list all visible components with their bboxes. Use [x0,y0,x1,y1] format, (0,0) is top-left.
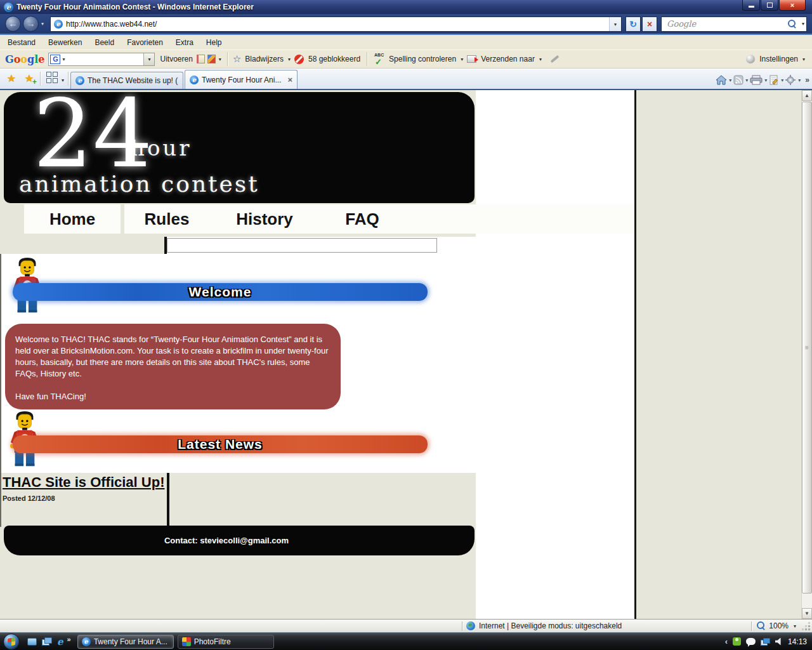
highlighter-icon[interactable] [550,55,559,63]
google-search-input[interactable]: G ▾ ▾ [48,53,155,66]
print-icon[interactable] [750,75,763,85]
print-dropdown-icon[interactable]: ▾ [764,77,767,83]
address-bar-row: ← → ▾ e http://www.thac.web44.net/ ▾ ↻ ×… [0,14,812,35]
close-button[interactable]: × [779,0,806,11]
notebook-icon[interactable] [197,55,205,63]
tab-close-icon[interactable]: × [287,75,292,84]
google-go-button[interactable]: Uitvoeren [160,55,192,63]
back-button[interactable]: ← [5,16,21,32]
menu-bestand[interactable]: Bestand [1,36,42,49]
rss-dropdown-icon[interactable]: ▾ [745,77,748,83]
chevron-down-icon[interactable]: ▾ [461,56,463,62]
bookmarks-star-icon[interactable]: ☆ [233,53,241,65]
nav-history[interactable]: History [209,204,320,234]
menu-bewerken[interactable]: Bewerken [42,36,88,49]
tab-thac-website-up[interactable]: e The THAC Website is up! (... [70,72,183,89]
zoom-dropdown-icon[interactable]: ▾ [794,623,796,629]
address-field[interactable]: e http://www.thac.web44.net/ ▾ [50,17,622,32]
taskbar-button-photofiltre[interactable]: PhotoFiltre [178,635,274,649]
chevron-down-icon[interactable]: ▾ [539,56,542,62]
search-icon[interactable] [788,20,797,29]
forward-button[interactable]: → [23,16,39,32]
home-dropdown-icon[interactable]: ▾ [729,77,731,83]
minimize-button[interactable] [742,0,760,11]
stop-button[interactable]: × [642,17,657,32]
google-search-dropdown[interactable]: ▾ [143,53,154,65]
settings-sphere-icon [746,55,755,63]
home-icon[interactable] [716,75,727,85]
photofiltre-icon [182,637,191,646]
scroll-up-button[interactable]: ▲ [802,90,812,101]
vertical-scrollbar[interactable]: ▲ ≡ ▼ [801,90,812,619]
search-dropdown-icon[interactable]: ▾ [802,21,804,27]
scrollbar-thumb[interactable]: ≡ [802,102,812,594]
news-post-title[interactable]: THAC Site is Official Up! [3,474,164,491]
add-favorite-button[interactable]: ★+ [21,71,37,86]
resize-grip[interactable] [808,628,810,630]
switch-windows-icon[interactable] [42,637,52,646]
maximize-button[interactable] [761,0,778,11]
google-logo-letter: o [20,53,27,65]
page-icon[interactable] [769,75,779,85]
show-desktop-icon[interactable] [27,638,37,646]
g-badge-dropdown-icon[interactable]: ▾ [62,56,65,62]
taskbar-button-ie[interactable]: e Twenty Four Hour A... [77,635,174,649]
menu-help[interactable]: Help [200,36,228,49]
popup-blocked-button[interactable]: 58 geblokkeerd [308,55,360,63]
nav-home[interactable]: Home [24,204,121,234]
quick-tabs-dropdown-icon[interactable]: ▾ [62,77,64,83]
speech-bubble-tray-icon[interactable] [746,638,756,645]
tab-twenty-four-hour[interactable]: e Twenty Four Hour Ani... × [185,70,298,89]
favorites-button[interactable]: ★ [3,71,20,86]
settings-button[interactable]: Instellingen [759,55,798,63]
page-dropdown-icon[interactable]: ▾ [781,77,783,83]
menu-beeld[interactable]: Beeld [88,36,121,49]
chevron-down-icon: ▾ [614,22,617,27]
command-bar: ▾ ▾ ▾ ▾ ▾ » [716,75,809,85]
menu-favorieten[interactable]: Favorieten [121,36,169,49]
chevron-down-icon[interactable]: ▾ [802,56,805,62]
chevron-down-icon[interactable]: ▾ [288,56,291,62]
messenger-tray-icon[interactable] [733,637,741,646]
popup-blocker-icon[interactable] [294,55,304,64]
volume-tray-icon[interactable] [775,638,783,646]
start-button[interactable] [3,633,20,650]
scroll-down-button[interactable]: ▼ [802,608,812,619]
spellcheck-button[interactable]: Spelling controleren [389,55,456,63]
search-box[interactable]: Google ▾ [661,17,807,32]
refresh-button[interactable]: ↻ [625,17,641,32]
welcome-text-box: Welcome to THAC! THAC stands for “Twenty… [5,324,341,409]
nav-rules[interactable]: Rules [124,204,209,234]
history-dropdown-icon[interactable]: ▾ [41,21,44,27]
logo-animation-contest: animation contest [19,171,259,197]
tools-dropdown-icon[interactable]: ▾ [798,77,801,83]
news-post: THAC Site is Official Up! Posted 12/12/0… [0,473,167,527]
tab-favicon: e [190,76,199,84]
color-page-icon[interactable] [207,55,216,63]
url-text[interactable]: http://www.thac.web44.net/ [66,20,609,29]
quicklaunch-overflow-icon[interactable]: » [67,635,71,643]
inline-text-input[interactable] [167,238,437,253]
chevron-down-icon[interactable]: ▾ [219,56,221,62]
zoom-control[interactable]: 100% ▾ [757,621,798,630]
ie-quicklaunch-icon[interactable]: e [57,637,63,646]
zoom-level[interactable]: 100% [769,621,789,630]
news-post-date: Posted 12/12/08 [3,494,167,502]
clock[interactable]: 14:13 [788,637,807,646]
nav-faq[interactable]: FAQ [320,204,405,234]
overflow-chevron-icon[interactable]: » [805,76,809,84]
window-title: Twenty Four Hour Animation Contest - Win… [16,3,254,11]
menu-extra[interactable]: Extra [169,36,200,49]
tools-gear-icon[interactable] [785,75,796,85]
google-logo-letter: G [5,53,14,65]
quick-tabs-button[interactable] [45,70,59,84]
rss-feed-icon[interactable] [733,75,743,85]
welcome-heading: Welcome [189,284,252,300]
status-bar: Internet | Beveiligde modus: uitgeschake… [0,619,812,632]
address-dropdown-button[interactable]: ▾ [609,17,621,31]
send-to-button[interactable]: Verzenden naar [481,55,535,63]
bookmarks-button[interactable]: Bladwijzers [245,55,284,63]
network-tray-icon[interactable] [761,638,770,646]
page-viewport: 24 hour animation contest Home Rules His… [0,90,812,619]
tray-collapse-icon[interactable]: ‹ [725,637,728,646]
